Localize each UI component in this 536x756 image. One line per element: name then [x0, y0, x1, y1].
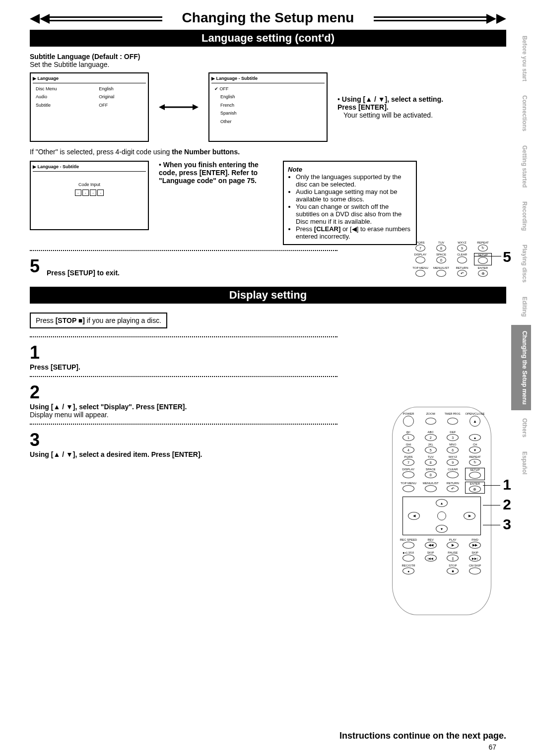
instr-select-bold: Using [▲ / ▼], select a setting. Press […	[337, 95, 443, 111]
section-banner-language: Language setting (cont'd)	[30, 30, 506, 47]
note-box: Note Only the languages supported by the…	[283, 161, 417, 245]
subtitle-desc: Set the Subtitle language.	[30, 61, 506, 68]
tab-connections: Connections	[511, 89, 531, 137]
instr-other-bold: the Number buttons.	[172, 148, 240, 156]
double-arrow-icon	[159, 102, 199, 112]
tab-before-you-start: Before you start	[511, 30, 531, 87]
page-title: Changing the Setup menu	[182, 10, 354, 26]
callout-2: 2	[503, 496, 511, 513]
tab-playing-discs: Playing discs	[511, 239, 531, 289]
page-number: 67	[488, 743, 496, 751]
remote-large: POWER ZOOM TIMER PROG. OPEN/CLOSE▲ @/:1 …	[392, 407, 491, 615]
instr-select-text: Your setting will be activated.	[337, 111, 462, 119]
tab-espanol: Español	[511, 445, 531, 481]
step-3: 3	[30, 430, 45, 450]
section-banner-display: Display setting	[30, 287, 506, 304]
menu-code-input: ▶ Language - Subtitle Code Input - - - -	[30, 161, 149, 230]
tab-editing: Editing	[511, 291, 531, 323]
callout-1: 1	[503, 476, 511, 493]
svg-marker-2	[496, 14, 506, 24]
press-stop-box: Press [STOP ■] if you are playing a disc…	[30, 313, 167, 328]
step-2: 2	[30, 382, 45, 403]
svg-marker-0	[30, 14, 40, 24]
tab-recording: Recording	[511, 195, 531, 237]
callout-3: 3	[503, 516, 511, 533]
svg-marker-6	[193, 104, 199, 110]
title-ornament: Changing the Setup menu	[30, 10, 506, 28]
ds1-text: Press [SETUP].	[30, 363, 506, 371]
continue-text: Instructions continue on the next page.	[339, 731, 506, 741]
svg-marker-3	[486, 14, 496, 24]
step5-text: Press [SETUP] to exit.	[47, 269, 120, 277]
callout-5: 5	[503, 249, 511, 265]
tab-getting-started: Getting started	[511, 139, 531, 193]
tab-changing-setup: Changing the Setup menu	[511, 325, 531, 411]
menu-language: ▶ Language Disc MenuEnglish AudioOrigina…	[30, 72, 149, 142]
step-5: 5	[30, 256, 45, 277]
instr-other-prefix: If "Other" is selected, press 4-digit co…	[30, 148, 172, 156]
menu-language-subtitle: ▶ Language - Subtitle ✔ OFF English Fren…	[208, 72, 328, 142]
subtitle-heading: Subtitle Language (Default : OFF)	[30, 53, 506, 61]
tab-others: Others	[511, 412, 531, 443]
remote-snippet-top: PQRS7 TUV8 WXYZ9 REPEAT↻ DISPLAY SPACE0 …	[407, 241, 496, 278]
step-1: 1	[30, 342, 45, 363]
instr-code: When you finish entering the code, press…	[159, 161, 259, 185]
side-tabs: Before you start Connections Getting sta…	[511, 30, 531, 481]
svg-marker-5	[159, 104, 165, 110]
svg-marker-1	[40, 14, 50, 24]
